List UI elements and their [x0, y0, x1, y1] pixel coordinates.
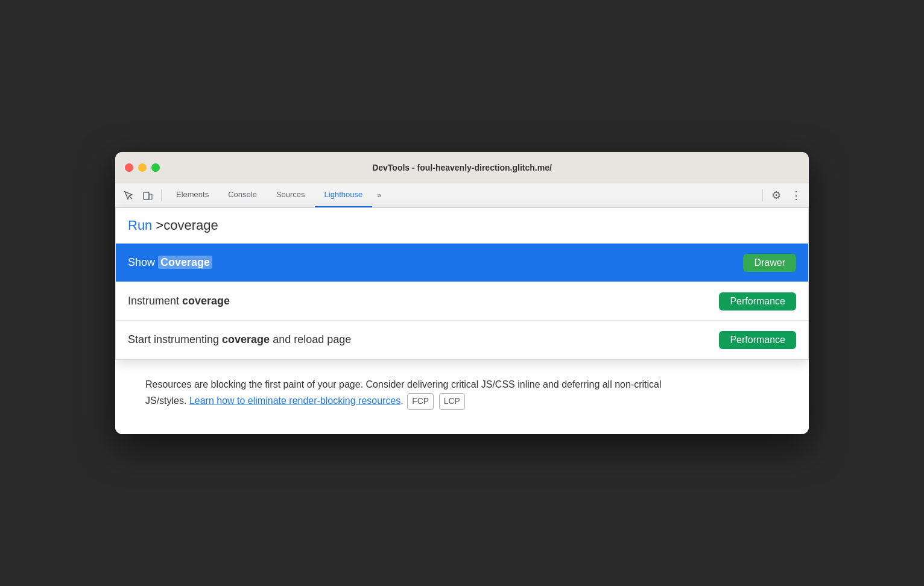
performance-badge-2[interactable]: Performance	[719, 331, 796, 349]
suggestion-start-instrumenting[interactable]: Start instrumenting coverage and reload …	[116, 321, 808, 359]
tab-lighthouse[interactable]: Lighthouse	[315, 183, 373, 207]
settings-button[interactable]: ⚙	[768, 187, 785, 204]
three-dots-icon: ⋮	[791, 189, 801, 202]
titlebar: DevTools - foul-heavenly-direction.glitc…	[115, 152, 809, 183]
highlight-coverage-2: coverage	[182, 295, 230, 307]
tab-console[interactable]: Console	[218, 183, 267, 207]
toolbar-divider-right	[762, 189, 763, 201]
content-area: Run Show Coverage Drawer Instrument cove…	[115, 207, 809, 434]
more-tabs-button[interactable]: »	[372, 191, 386, 200]
command-input-row: Run	[116, 208, 808, 244]
gear-icon: ⚙	[771, 189, 781, 202]
command-palette: Run Show Coverage Drawer Instrument cove…	[115, 207, 809, 360]
tab-list: Elements Console Sources Lighthouse »	[166, 183, 758, 207]
window-controls	[125, 163, 160, 172]
maximize-button[interactable]	[151, 163, 160, 172]
description-text: Resources are blocking the first paint o…	[145, 376, 688, 410]
performance-badge-1[interactable]: Performance	[719, 292, 796, 310]
inspect-element-button[interactable]	[120, 187, 137, 204]
browser-window: DevTools - foul-heavenly-direction.glitc…	[115, 152, 809, 434]
inspect-icon	[123, 190, 134, 201]
device-icon	[142, 190, 153, 201]
minimize-button[interactable]	[138, 163, 147, 172]
suggestion-show-coverage[interactable]: Show Coverage Drawer	[116, 244, 808, 282]
more-options-button[interactable]: ⋮	[787, 187, 804, 204]
suggestion-text-instrument: Instrument coverage	[128, 295, 719, 307]
run-label: Run	[128, 218, 152, 233]
highlight-coverage-3: coverage	[222, 333, 270, 345]
tab-sources[interactable]: Sources	[267, 183, 315, 207]
learn-more-link[interactable]: Learn how to eliminate render-blocking r…	[189, 395, 400, 406]
toolbar-right: ⚙ ⋮	[760, 187, 804, 204]
drawer-badge[interactable]: Drawer	[743, 254, 796, 272]
suggestion-instrument-coverage[interactable]: Instrument coverage Performance	[116, 282, 808, 321]
tab-elements[interactable]: Elements	[166, 183, 218, 207]
devtools-body: Elements Console Sources Lighthouse »	[115, 183, 809, 434]
toolbar: Elements Console Sources Lighthouse »	[115, 183, 809, 207]
svg-line-0	[129, 196, 132, 199]
highlight-coverage-1: Coverage	[158, 256, 212, 269]
window-title: DevTools - foul-heavenly-direction.glitc…	[372, 163, 552, 172]
toolbar-divider	[161, 189, 162, 201]
device-toggle-button[interactable]	[139, 187, 156, 204]
svg-rect-1	[144, 192, 149, 200]
command-input[interactable]	[156, 218, 796, 233]
suggestion-text-show-coverage: Show Coverage	[128, 256, 743, 269]
fcp-tag: FCP	[407, 393, 434, 410]
suggestion-text-start: Start instrumenting coverage and reload …	[128, 333, 719, 346]
close-button[interactable]	[125, 163, 133, 172]
lcp-tag: LCP	[439, 393, 465, 410]
